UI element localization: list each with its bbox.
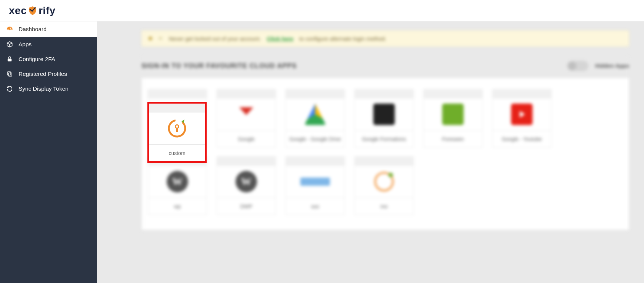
app-card[interactable]: Foreseen	[423, 89, 483, 148]
app-card[interactable]: DWP	[217, 156, 276, 215]
app-label: wp	[148, 198, 207, 215]
svg-rect-2	[8, 59, 12, 62]
wordpress-icon	[167, 171, 188, 192]
brand-text-left: xec	[9, 5, 27, 17]
app-card-custom-highlight[interactable]: custom	[147, 102, 207, 163]
sidebar-item-label: Apps	[19, 41, 31, 48]
dark-app-icon	[373, 104, 395, 125]
svg-rect-3	[9, 73, 12, 76]
sidebar-item-label: Registered Profiles	[19, 71, 67, 77]
app-label: mo	[355, 198, 413, 215]
sidebar-item-sync-token[interactable]: Sync Display Token	[0, 81, 97, 96]
brand-text-right: rify	[39, 5, 56, 17]
app-label: Google	[217, 130, 276, 147]
shield-icon	[27, 6, 38, 16]
sidebar-item-dashboard[interactable]: Dashboard	[0, 21, 97, 37]
gmail-icon	[236, 104, 257, 125]
cube-icon	[6, 41, 13, 48]
app-label: sso	[286, 198, 344, 215]
miniorange-icon	[167, 118, 187, 139]
alert-link[interactable]: Click here	[267, 36, 293, 42]
miniorange-small-icon	[374, 172, 394, 191]
sidebar-item-configure-2fa[interactable]: Configure 2FA	[0, 52, 97, 67]
app-header: xec rify	[0, 0, 644, 21]
app-label: Foreseen	[424, 130, 482, 147]
wordpress-icon	[236, 171, 257, 192]
hidden-apps-toggle[interactable]	[567, 61, 588, 71]
blurred-background: ✕ Never get locked out of your account. …	[141, 30, 629, 230]
section-header: SIGN-IN TO YOUR FAVOURITE CLOUD APPS Hid…	[141, 57, 629, 78]
sidebar-item-label: Configure 2FA	[19, 56, 55, 63]
alert-dot-icon	[149, 37, 152, 40]
section-title: SIGN-IN TO YOUR FAVOURITE CLOUD APPS	[141, 62, 297, 70]
sidebar: Dashboard Apps Configure 2FA Registered …	[0, 21, 97, 283]
sidebar-item-label: Dashboard	[19, 26, 47, 33]
sso-icon	[300, 178, 330, 186]
youtube-icon	[511, 104, 533, 125]
app-card[interactable]: Google - Google Drive	[286, 89, 345, 148]
app-card[interactable]: Google Formations	[354, 89, 414, 148]
sync-icon	[6, 85, 13, 92]
app-label: Google Formations	[355, 130, 413, 147]
sidebar-item-registered-profiles[interactable]: Registered Profiles	[0, 67, 97, 81]
svg-rect-10	[176, 128, 178, 132]
svg-rect-4	[7, 72, 11, 75]
app-label: custom	[149, 144, 205, 161]
main-content: ✕ Never get locked out of your account. …	[97, 21, 644, 283]
apps-panel: custom Google Google - Google Drive	[141, 78, 629, 230]
lock-icon	[6, 56, 13, 63]
gauge-icon	[6, 26, 13, 33]
app-card[interactable]: Google - Youtube	[492, 89, 551, 148]
sidebar-item-apps[interactable]: Apps	[0, 37, 97, 52]
app-card[interactable]: Google	[217, 89, 276, 148]
apps-grid: custom Google Google - Google Drive	[148, 89, 623, 215]
brand-logo: xec rify	[9, 5, 56, 17]
app-label: DWP	[217, 198, 276, 215]
alert-banner: ✕ Never get locked out of your account. …	[141, 30, 629, 47]
green-app-icon	[442, 104, 464, 125]
app-label: Google - Youtube	[493, 130, 551, 147]
drive-icon	[304, 104, 326, 125]
toggle-label: Hidden Apps	[595, 63, 629, 69]
app-card[interactable]: sso	[286, 156, 345, 215]
alert-pre: Never get locked out of your account.	[169, 36, 261, 42]
copy-icon	[6, 71, 13, 77]
app-card[interactable]: wp	[148, 156, 207, 215]
sidebar-item-label: Sync Display Token	[19, 85, 69, 92]
app-label: Google - Google Drive	[286, 130, 344, 147]
alert-post: to configure alternate login method.	[299, 36, 386, 42]
app-card[interactable]: mo	[354, 156, 414, 215]
